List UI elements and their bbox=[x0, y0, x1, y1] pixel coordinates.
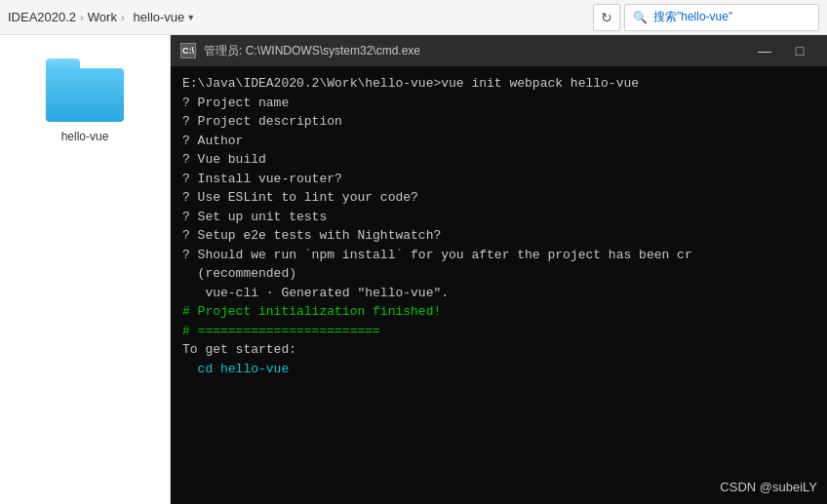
breadcrumb: IDEA2020.2 › Work › hello-vue ▼ bbox=[8, 7, 585, 27]
cmd-line: ? Project description bbox=[182, 112, 815, 132]
folder-label: hello-vue bbox=[61, 130, 109, 143]
cmd-window: C:\ 管理员: C:\WINDOWS\system32\cmd.exe — □… bbox=[171, 35, 827, 504]
cmd-line: (recommended) bbox=[182, 264, 815, 284]
cmd-line: ? Should we run `npm install` for you af… bbox=[182, 246, 815, 265]
cmd-content[interactable]: E:\Java\IDEA2020.2\Work\hello-vue>vue in… bbox=[171, 66, 827, 504]
breadcrumb-work: Work bbox=[88, 10, 117, 24]
cmd-line: # Project initialization finished! bbox=[182, 302, 815, 322]
breadcrumb-sep2: › bbox=[121, 12, 125, 23]
search-text: 搜索"hello-vue" bbox=[653, 9, 732, 25]
minimize-button[interactable]: — bbox=[747, 37, 782, 64]
cmd-line: ? Project name bbox=[182, 94, 815, 113]
cmd-line: cd hello-vue bbox=[182, 360, 815, 379]
breadcrumb-hellovue[interactable]: hello-vue ▼ bbox=[129, 7, 201, 27]
breadcrumb-sep1: › bbox=[80, 12, 84, 23]
cmd-line: E:\Java\IDEA2020.2\Work\hello-vue>vue in… bbox=[182, 74, 815, 94]
cmd-line: vue-cli · Generated "hello-vue". bbox=[182, 284, 815, 303]
cmd-line: ? Set up unit tests bbox=[182, 208, 815, 227]
cmd-line: ? Install vue-router? bbox=[182, 170, 815, 189]
refresh-button[interactable]: ↻ bbox=[593, 4, 620, 31]
cmd-line: ? Author bbox=[182, 132, 815, 151]
top-bar: IDEA2020.2 › Work › hello-vue ▼ ↻ 🔍 搜索"h… bbox=[0, 0, 827, 35]
maximize-button[interactable]: □ bbox=[782, 37, 817, 64]
cmd-line: ? Use ESLint to lint your code? bbox=[182, 188, 815, 208]
cmd-icon: C:\ bbox=[180, 43, 196, 58]
breadcrumb-hellovue-label: hello-vue bbox=[134, 10, 185, 24]
cmd-controls: — □ bbox=[747, 37, 817, 64]
cmd-titlebar: C:\ 管理员: C:\WINDOWS\system32\cmd.exe — □ bbox=[171, 35, 827, 66]
folder-tab bbox=[46, 58, 80, 68]
folder-icon[interactable] bbox=[46, 58, 124, 122]
search-icon: 🔍 bbox=[633, 11, 648, 24]
cmd-title-text: 管理员: C:\WINDOWS\system32\cmd.exe bbox=[204, 43, 739, 59]
cmd-line: To get started: bbox=[182, 340, 815, 360]
main-content: hello-vue C:\ 管理员: C:\WINDOWS\system32\c… bbox=[0, 35, 827, 504]
cmd-line: ? Vue build bbox=[182, 150, 815, 170]
watermark: CSDN @subeiLY bbox=[720, 480, 817, 494]
cmd-line: ? Setup e2e tests with Nightwatch? bbox=[182, 226, 815, 246]
search-bar[interactable]: 🔍 搜索"hello-vue" bbox=[624, 4, 819, 31]
folder-body bbox=[46, 68, 124, 122]
breadcrumb-idea: IDEA2020.2 bbox=[8, 10, 76, 24]
chevron-down-icon: ▼ bbox=[186, 13, 195, 22]
left-panel: hello-vue bbox=[0, 35, 171, 504]
cmd-line: # ======================== bbox=[182, 322, 815, 341]
